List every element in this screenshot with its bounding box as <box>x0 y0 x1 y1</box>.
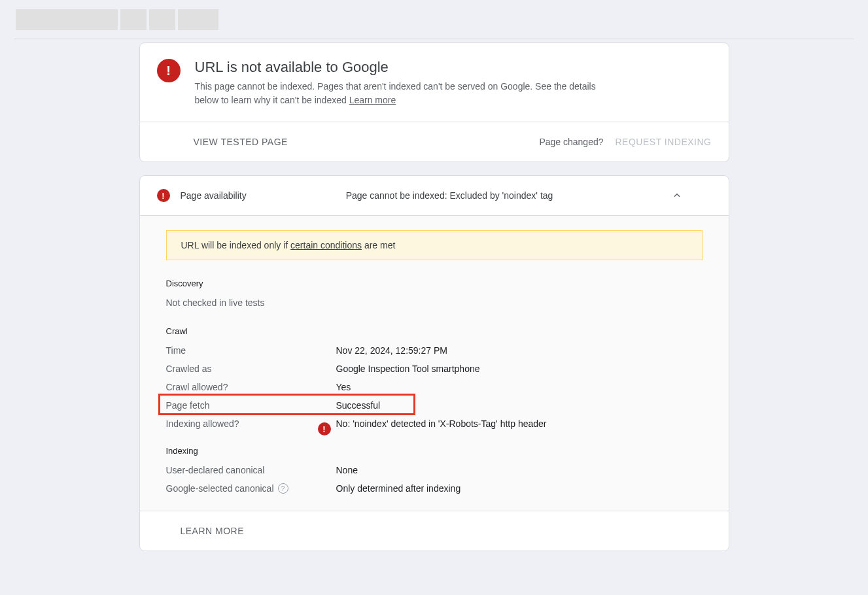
top-divider <box>14 39 854 39</box>
help-icon[interactable]: ? <box>278 483 288 494</box>
google-canonical-key: Google-selected canonical ? <box>166 483 336 494</box>
crawl-allowed-value: Yes <box>336 382 351 392</box>
page-availability-body: URL will be indexed only if certain cond… <box>140 215 729 511</box>
discovery-title: Discovery <box>166 279 703 288</box>
discovery-section: Discovery Not checked in live tests <box>166 279 703 308</box>
row-crawl-allowed: Crawl allowed? Yes <box>166 382 703 392</box>
banner-suffix: are met <box>362 240 395 250</box>
time-key: Time <box>166 345 336 356</box>
crawl-allowed-key: Crawl allowed? <box>166 382 336 392</box>
status-card: ! URL is not available to Google This pa… <box>139 42 729 162</box>
indexing-allowed-value: No: 'noindex' detected in 'X-Robots-Tag'… <box>336 418 547 429</box>
row-indexing-allowed: Indexing allowed? ! No: 'noindex' detect… <box>166 418 703 429</box>
page-availability-label: Page availability <box>181 190 247 201</box>
indexing-title: Indexing <box>166 446 703 456</box>
user-canonical-key: User-declared canonical <box>166 465 336 475</box>
top-placeholder <box>16 9 868 30</box>
row-page-fetch: Page fetch Successful <box>166 400 703 411</box>
banner-prefix: URL will be indexed only if <box>181 240 291 250</box>
view-tested-page-button[interactable]: VIEW TESTED PAGE <box>194 137 288 147</box>
crawl-title: Crawl <box>166 326 703 336</box>
row-time: Time Nov 22, 2024, 12:59:27 PM <box>166 345 703 356</box>
chevron-up-icon[interactable] <box>670 189 684 202</box>
status-card-header: ! URL is not available to Google This pa… <box>140 43 729 122</box>
request-indexing-button: REQUEST INDEXING <box>616 137 712 147</box>
indexing-allowed-key: Indexing allowed? <box>166 418 336 429</box>
conditions-banner: URL will be indexed only if certain cond… <box>166 230 703 260</box>
crawled-as-value: Google Inspection Tool smartphone <box>336 364 480 374</box>
time-value: Nov 22, 2024, 12:59:27 PM <box>336 345 447 356</box>
page-availability-header[interactable]: ! Page availability Page cannot be index… <box>140 176 729 215</box>
page-fetch-value: Successful <box>336 400 381 411</box>
page-availability-footer: LEARN MORE <box>140 511 729 551</box>
indexing-section: Indexing User-declared canonical None Go… <box>166 446 703 494</box>
error-icon: ! <box>157 189 170 202</box>
error-icon: ! <box>318 422 331 435</box>
discovery-text: Not checked in live tests <box>166 298 703 308</box>
user-canonical-value: None <box>336 465 358 475</box>
google-canonical-value: Only determined after indexing <box>336 483 461 494</box>
learn-more-link[interactable]: Learn more <box>349 95 396 105</box>
crawled-as-key: Crawled as <box>166 364 336 374</box>
status-title: URL is not available to Google <box>195 59 600 76</box>
page-fetch-key: Page fetch <box>166 400 336 411</box>
error-icon: ! <box>157 59 181 82</box>
row-crawled-as: Crawled as Google Inspection Tool smartp… <box>166 364 703 374</box>
page-availability-card: ! Page availability Page cannot be index… <box>139 175 729 551</box>
status-description: This page cannot be indexed. Pages that … <box>195 80 600 107</box>
page-availability-value: Page cannot be indexed: Excluded by 'noi… <box>346 190 553 201</box>
learn-more-button[interactable]: LEARN MORE <box>181 526 245 536</box>
google-canonical-key-text: Google-selected canonical <box>166 483 274 494</box>
row-google-canonical: Google-selected canonical ? Only determi… <box>166 483 703 494</box>
status-card-actions: VIEW TESTED PAGE Page changed? REQUEST I… <box>140 122 729 162</box>
page-changed-label: Page changed? <box>539 137 603 147</box>
row-user-canonical: User-declared canonical None <box>166 465 703 475</box>
crawl-section: Crawl Time Nov 22, 2024, 12:59:27 PM Cra… <box>166 326 703 429</box>
certain-conditions-link[interactable]: certain conditions <box>290 240 362 250</box>
